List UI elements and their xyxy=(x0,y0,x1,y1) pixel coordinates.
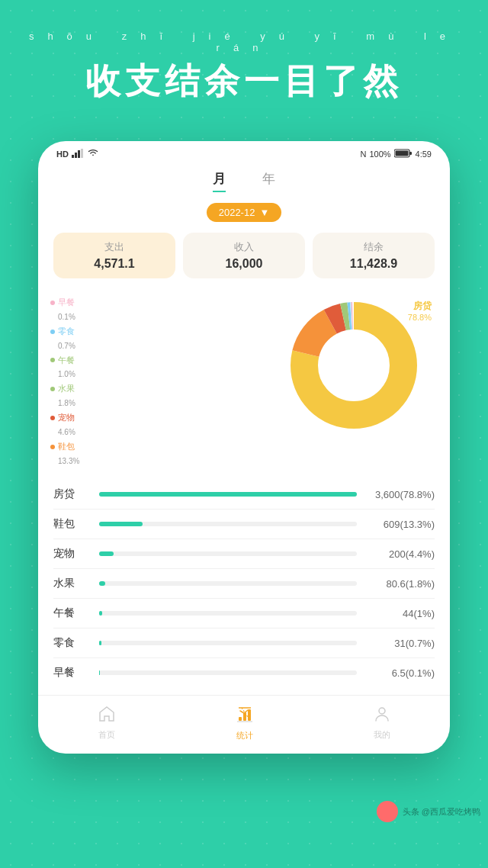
nav-label-stats: 统计 xyxy=(236,730,253,741)
balance-label: 结余 xyxy=(322,240,425,254)
label-shuiguo: 水果 xyxy=(50,381,79,397)
svg-rect-6 xyxy=(395,151,408,156)
svg-rect-15 xyxy=(239,717,242,721)
nav-label-mine: 我的 xyxy=(374,729,390,741)
expense-list: 房贷 3,600(78.8%) 鞋包 609(13.3%) 宠物 200(4.4… xyxy=(53,480,435,687)
item-name-zaochan: 早餐 xyxy=(53,666,90,680)
item-name-lingshi: 零食 xyxy=(53,636,90,650)
income-value: 16,000 xyxy=(192,257,296,271)
svg-rect-0 xyxy=(72,155,74,158)
status-bar: HD N 100% 4:59 xyxy=(38,141,450,164)
svg-point-14 xyxy=(322,333,386,397)
list-item-xiebao: 鞋包 609(13.3%) xyxy=(53,510,435,539)
battery-icon xyxy=(394,149,413,159)
tab-nav: 月 年 xyxy=(38,164,450,195)
bar-container-fangdai xyxy=(99,492,357,497)
label-name-wucan: 午餐 xyxy=(58,353,75,368)
bar-fangdai xyxy=(99,492,357,497)
dropdown-arrow: ▼ xyxy=(259,207,269,218)
label-name-shuiguo: 水果 xyxy=(58,381,75,397)
bar-container-lingshi xyxy=(99,641,357,645)
status-right: N 100% 4:59 xyxy=(360,149,432,159)
signal-icon: HD xyxy=(56,149,69,159)
bar-shuiguo xyxy=(99,581,105,586)
label-name-xiebao: 鞋包 xyxy=(58,439,75,455)
bar-wucan xyxy=(99,611,102,616)
donut-chart xyxy=(285,297,422,434)
bar-lingshi xyxy=(99,641,101,645)
home-icon xyxy=(98,706,116,727)
label-zaochan: 早餐 xyxy=(50,295,79,310)
stats-icon xyxy=(236,705,254,728)
balance-value: 11,428.9 xyxy=(322,257,425,271)
bar-container-xiebao xyxy=(99,522,357,526)
income-card: 收入 16,000 xyxy=(183,233,305,278)
label-dot-lingshi xyxy=(50,330,55,334)
tab-year[interactable]: 年 xyxy=(262,170,275,192)
svg-rect-3 xyxy=(81,149,83,158)
item-value-shuiguo: 80.6(1.8%) xyxy=(366,578,435,590)
list-item-lingshi: 零食 31(0.7%) xyxy=(53,628,435,658)
pct-chongwu: 1.8% xyxy=(58,397,79,410)
wifi-icon xyxy=(87,149,99,159)
list-item-fangdai: 房贷 3,600(78.8%) xyxy=(53,480,435,510)
bar-container-zaochan xyxy=(99,670,357,675)
label-lingshi: 零食 xyxy=(50,324,79,339)
item-value-wucan: 44(1%) xyxy=(366,608,435,619)
date-pill[interactable]: 2022-12 ▼ xyxy=(207,203,282,222)
nfc-icon: N xyxy=(360,149,366,159)
nav-item-mine[interactable]: 我的 xyxy=(374,706,390,741)
bar-container-wucan xyxy=(99,611,357,616)
right-label-fangdai: 房贷 78.8% xyxy=(408,300,432,322)
expense-label: 支出 xyxy=(63,240,166,254)
item-value-zaochan: 6.5(0.1%) xyxy=(366,667,435,679)
nav-item-home[interactable]: 首页 xyxy=(98,706,116,741)
list-item-wucan: 午餐 44(1%) xyxy=(53,599,435,628)
label-xiebao: 鞋包 xyxy=(50,439,79,455)
item-name-xiebao: 鞋包 xyxy=(53,517,90,531)
label-dot-xiebao xyxy=(50,445,55,449)
battery-text: 100% xyxy=(369,149,390,159)
pct-shuiguo: 1.0% xyxy=(58,368,79,381)
nav-label-home: 首页 xyxy=(98,729,115,741)
svg-rect-1 xyxy=(75,153,77,158)
svg-rect-17 xyxy=(248,709,251,721)
pct-bottom: 13.3% xyxy=(58,455,79,468)
date-label: 2022-12 xyxy=(219,207,255,218)
chart-labels: 早餐 0.1% 零食 0.7% 午餐 1.0% 水果 1.8% 宠物 4.6% xyxy=(50,295,79,468)
bar-container-shuiguo xyxy=(99,581,357,586)
label-dot-shuiguo xyxy=(50,387,55,391)
item-value-lingshi: 31(0.7%) xyxy=(366,638,435,649)
bar-xiebao xyxy=(99,522,143,526)
item-value-xiebao: 609(13.3%) xyxy=(366,519,435,530)
label-dot-chongwu xyxy=(50,416,55,420)
bottom-nav: 首页 统计 xyxy=(38,695,450,754)
status-left: HD xyxy=(56,149,99,159)
network-bars xyxy=(72,149,84,159)
chart-area: 早餐 0.1% 零食 0.7% 午餐 1.0% 水果 1.8% 宠物 4.6% xyxy=(50,289,438,472)
label-dot-zaochan xyxy=(50,301,55,305)
bar-chongwu xyxy=(99,551,114,556)
phone-mockup: HD N 100% 4:59 月 年 2022-12 ▼ xyxy=(38,141,450,754)
tab-month[interactable]: 月 xyxy=(213,170,226,192)
item-value-chongwu: 200(4.4%) xyxy=(366,548,435,560)
item-name-shuiguo: 水果 xyxy=(53,577,90,590)
label-name-zaochan: 早餐 xyxy=(58,295,75,310)
item-name-wucan: 午餐 xyxy=(53,606,90,620)
list-item-zaochan: 早餐 6.5(0.1%) xyxy=(53,658,435,687)
bar-container-chongwu xyxy=(99,551,357,556)
income-label: 收入 xyxy=(192,240,296,254)
item-name-fangdai: 房贷 xyxy=(53,487,90,501)
expense-value: 4,571.1 xyxy=(63,257,166,271)
list-item-chongwu: 宠物 200(4.4%) xyxy=(53,539,435,569)
nav-item-stats[interactable]: 统计 xyxy=(236,705,254,741)
svg-rect-2 xyxy=(78,150,80,158)
pct-xiebao: 4.6% xyxy=(58,426,79,439)
fangdai-name: 房贷 xyxy=(408,300,432,313)
chinese-title: 收支结余一目了然 xyxy=(15,58,473,105)
label-wucan: 午餐 xyxy=(50,353,79,368)
svg-rect-5 xyxy=(409,152,412,155)
pinyin-text: shōu zhī jié yú yī mù le rán xyxy=(15,31,473,53)
summary-cards: 支出 4,571.1 收入 16,000 结余 11,428.9 xyxy=(53,233,435,278)
pct-lingshi: 0.1% xyxy=(58,310,79,324)
